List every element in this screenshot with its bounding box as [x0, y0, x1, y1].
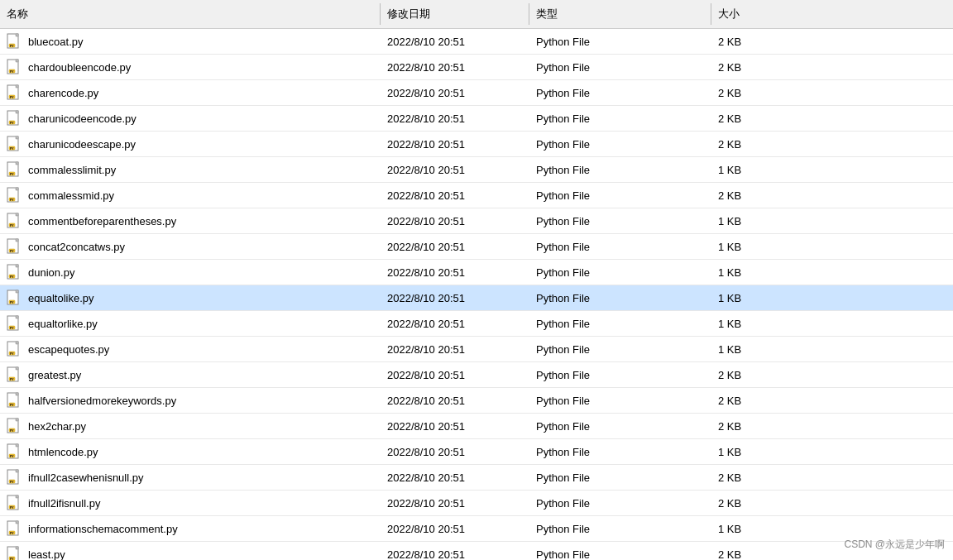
table-row[interactable]: PY commalessmid.py2022/8/10 20:51Python … — [0, 183, 953, 208]
table-row[interactable]: PY commalesslimit.py2022/8/10 20:51Pytho… — [0, 157, 953, 183]
python-file-icon: PY — [7, 161, 23, 178]
file-size: 2 KB — [711, 57, 811, 78]
table-row[interactable]: PY charencode.py2022/8/10 20:51Python Fi… — [0, 80, 953, 106]
table-row[interactable]: PY charunicodeencode.py2022/8/10 20:51Py… — [0, 106, 953, 132]
file-size: 2 KB — [711, 467, 811, 488]
file-type: Python File — [529, 31, 711, 52]
header-type[interactable]: 类型 — [529, 3, 711, 25]
file-name: commentbeforeparentheses.py — [28, 215, 176, 227]
python-file-icon: PY — [7, 59, 23, 75]
file-size: 2 KB — [711, 31, 811, 52]
file-type: Python File — [529, 185, 711, 206]
file-type: Python File — [529, 390, 711, 411]
python-file-icon: PY — [7, 213, 23, 229]
file-date: 2022/8/10 20:51 — [381, 108, 529, 129]
file-size: 2 KB — [711, 83, 811, 103]
python-file-icon: PY — [7, 33, 23, 50]
file-size: 1 KB — [711, 237, 811, 257]
table-row[interactable]: PY ifnull2ifisnull.py2022/8/10 20:51Pyth… — [0, 491, 953, 516]
file-type: Python File — [529, 288, 711, 309]
file-list: 名称 修改日期 类型 大小 PY bluecoat.py2022/8/10 20… — [0, 0, 953, 560]
table-row[interactable]: PY chardoubleencode.py2022/8/10 20:51Pyt… — [0, 55, 953, 80]
table-row[interactable]: PY equaltolike.py2022/8/10 20:51Python F… — [0, 285, 953, 311]
table-row[interactable]: PY equaltorlike.py2022/8/10 20:51Python … — [0, 311, 953, 337]
file-date: 2022/8/10 20:51 — [381, 262, 529, 283]
python-file-icon: PY — [7, 84, 23, 101]
file-size: 1 KB — [711, 262, 811, 283]
file-type: Python File — [529, 314, 711, 334]
file-date: 2022/8/10 20:51 — [381, 237, 529, 257]
table-row[interactable]: PY ifnull2casewhenisnull.py2022/8/10 20:… — [0, 465, 953, 491]
file-size: 1 KB — [711, 339, 811, 360]
file-size: 1 KB — [711, 160, 811, 180]
svg-text:PY: PY — [10, 173, 14, 176]
file-size: 2 KB — [711, 185, 811, 206]
file-name-col: PY informationschemacomment.py — [0, 516, 381, 541]
python-file-icon: PY — [7, 392, 23, 409]
python-file-icon: PY — [7, 443, 23, 460]
table-row[interactable]: PY htmlencode.py2022/8/10 20:51Python Fi… — [0, 439, 953, 465]
table-row[interactable]: PY greatest.py2022/8/10 20:51Python File… — [0, 362, 953, 388]
table-row[interactable]: PY commentbeforeparentheses.py2022/8/10 … — [0, 208, 953, 234]
file-name: hex2char.py — [28, 420, 86, 433]
file-name-col: PY commalesslimit.py — [0, 157, 381, 182]
file-date: 2022/8/10 20:51 — [381, 31, 529, 52]
file-name-col: PY hex2char.py — [0, 414, 381, 438]
file-name-col: PY htmlencode.py — [0, 439, 381, 464]
file-date: 2022/8/10 20:51 — [381, 493, 529, 514]
file-date: 2022/8/10 20:51 — [381, 314, 529, 334]
table-row[interactable]: PY concat2concatws.py2022/8/10 20:51Pyth… — [0, 234, 953, 260]
header-name[interactable]: 名称 — [0, 3, 381, 25]
header-date[interactable]: 修改日期 — [381, 3, 529, 25]
file-date: 2022/8/10 20:51 — [381, 185, 529, 206]
file-date: 2022/8/10 20:51 — [381, 416, 529, 437]
file-name: escapequotes.py — [28, 343, 109, 356]
file-name-col: PY commentbeforeparentheses.py — [0, 208, 381, 233]
file-size: 2 KB — [711, 365, 811, 385]
file-name: halfversionedmorekeywords.py — [28, 395, 176, 407]
file-name-col: PY greatest.py — [0, 362, 381, 387]
svg-text:PY: PY — [10, 455, 14, 458]
file-size: 1 KB — [711, 519, 811, 539]
file-name: bluecoat.py — [28, 36, 84, 48]
file-date: 2022/8/10 20:51 — [381, 544, 529, 561]
svg-text:PY: PY — [10, 224, 14, 227]
file-type: Python File — [529, 416, 711, 437]
file-type: Python File — [529, 211, 711, 232]
file-type: Python File — [529, 467, 711, 488]
python-file-icon: PY — [7, 315, 23, 332]
file-date: 2022/8/10 20:51 — [381, 83, 529, 103]
file-date: 2022/8/10 20:51 — [381, 160, 529, 180]
header-size[interactable]: 大小 — [711, 3, 811, 25]
file-name: greatest.py — [28, 369, 81, 381]
file-name: dunion.py — [28, 266, 74, 279]
file-date: 2022/8/10 20:51 — [381, 365, 529, 385]
svg-text:PY: PY — [10, 532, 14, 535]
table-row[interactable]: PY hex2char.py2022/8/10 20:51Python File… — [0, 414, 953, 439]
file-type: Python File — [529, 57, 711, 78]
file-type: Python File — [529, 365, 711, 385]
file-name: charunicodeencode.py — [28, 112, 136, 125]
file-name-col: PY charunicodeencode.py — [0, 106, 381, 131]
table-row[interactable]: PY informationschemacomment.py2022/8/10 … — [0, 516, 953, 542]
table-row[interactable]: PY escapequotes.py2022/8/10 20:51Python … — [0, 337, 953, 362]
file-name-col: PY ifnull2ifisnull.py — [0, 491, 381, 515]
svg-text:PY: PY — [10, 327, 14, 330]
file-name: informationschemacomment.py — [28, 523, 178, 535]
table-row[interactable]: PY least.py2022/8/10 20:51Python File2 K… — [0, 542, 953, 560]
file-type: Python File — [529, 544, 711, 561]
file-name: chardoubleencode.py — [28, 61, 131, 74]
table-row[interactable]: PY dunion.py2022/8/10 20:51Python File1 … — [0, 260, 953, 285]
python-file-icon: PY — [7, 110, 23, 127]
file-date: 2022/8/10 20:51 — [381, 442, 529, 462]
file-date: 2022/8/10 20:51 — [381, 57, 529, 78]
python-file-icon: PY — [7, 495, 23, 511]
table-row[interactable]: PY halfversionedmorekeywords.py2022/8/10… — [0, 388, 953, 414]
file-type: Python File — [529, 160, 711, 180]
file-name-col: PY equaltorlike.py — [0, 311, 381, 336]
python-file-icon: PY — [7, 238, 23, 255]
table-row[interactable]: PY charunicodeescape.py2022/8/10 20:51Py… — [0, 132, 953, 157]
svg-text:PY: PY — [10, 122, 14, 125]
table-row[interactable]: PY bluecoat.py2022/8/10 20:51Python File… — [0, 29, 953, 55]
table-header[interactable]: 名称 修改日期 类型 大小 — [0, 0, 953, 29]
